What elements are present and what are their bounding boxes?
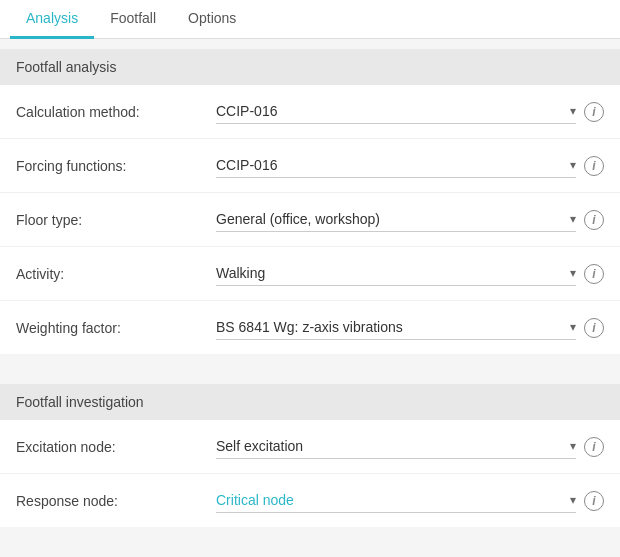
footfall-investigation-section: Footfall investigation Excitation node: …	[0, 384, 620, 527]
excitation-node-control: Self excitation ▾ i	[216, 434, 604, 459]
tab-options[interactable]: Options	[172, 0, 252, 39]
floor-type-value: General (office, workshop)	[216, 211, 566, 227]
calculation-method-select[interactable]: CCIP-016 ▾	[216, 99, 576, 124]
calculation-method-arrow: ▾	[570, 104, 576, 118]
tab-bar: Analysis Footfall Options	[0, 0, 620, 39]
footfall-analysis-section: Footfall analysis Calculation method: CC…	[0, 49, 620, 354]
excitation-node-select[interactable]: Self excitation ▾	[216, 434, 576, 459]
activity-label: Activity:	[16, 266, 216, 282]
forcing-functions-value: CCIP-016	[216, 157, 566, 173]
weighting-factor-info[interactable]: i	[584, 318, 604, 338]
tab-analysis[interactable]: Analysis	[10, 0, 94, 39]
calculation-method-info[interactable]: i	[584, 102, 604, 122]
excitation-node-value: Self excitation	[216, 438, 566, 454]
weighting-factor-value: BS 6841 Wg: z-axis vibrations	[216, 319, 566, 335]
floor-type-select[interactable]: General (office, workshop) ▾	[216, 207, 576, 232]
section-spacer	[0, 364, 620, 374]
response-node-value: Critical node	[216, 492, 566, 508]
response-node-info[interactable]: i	[584, 491, 604, 511]
footfall-analysis-header: Footfall analysis	[0, 49, 620, 85]
response-node-control: Critical node ▾ i	[216, 488, 604, 513]
floor-type-label: Floor type:	[16, 212, 216, 228]
forcing-functions-info[interactable]: i	[584, 156, 604, 176]
excitation-node-arrow: ▾	[570, 439, 576, 453]
forcing-functions-select[interactable]: CCIP-016 ▾	[216, 153, 576, 178]
weighting-factor-control: BS 6841 Wg: z-axis vibrations ▾ i	[216, 315, 604, 340]
calculation-method-label: Calculation method:	[16, 104, 216, 120]
floor-type-arrow: ▾	[570, 212, 576, 226]
activity-row: Activity: Walking ▾ i	[0, 247, 620, 301]
excitation-node-info[interactable]: i	[584, 437, 604, 457]
activity-value: Walking	[216, 265, 566, 281]
calculation-method-row: Calculation method: CCIP-016 ▾ i	[0, 85, 620, 139]
response-node-select[interactable]: Critical node ▾	[216, 488, 576, 513]
weighting-factor-arrow: ▾	[570, 320, 576, 334]
activity-control: Walking ▾ i	[216, 261, 604, 286]
floor-type-control: General (office, workshop) ▾ i	[216, 207, 604, 232]
forcing-functions-control: CCIP-016 ▾ i	[216, 153, 604, 178]
forcing-functions-label: Forcing functions:	[16, 158, 216, 174]
weighting-factor-row: Weighting factor: BS 6841 Wg: z-axis vib…	[0, 301, 620, 354]
weighting-factor-select[interactable]: BS 6841 Wg: z-axis vibrations ▾	[216, 315, 576, 340]
weighting-factor-label: Weighting factor:	[16, 320, 216, 336]
response-node-arrow: ▾	[570, 493, 576, 507]
response-node-label: Response node:	[16, 493, 216, 509]
response-node-row: Response node: Critical node ▾ i	[0, 474, 620, 527]
floor-type-info[interactable]: i	[584, 210, 604, 230]
forcing-functions-arrow: ▾	[570, 158, 576, 172]
calculation-method-control: CCIP-016 ▾ i	[216, 99, 604, 124]
excitation-node-label: Excitation node:	[16, 439, 216, 455]
footfall-investigation-header: Footfall investigation	[0, 384, 620, 420]
tab-footfall[interactable]: Footfall	[94, 0, 172, 39]
excitation-node-row: Excitation node: Self excitation ▾ i	[0, 420, 620, 474]
forcing-functions-row: Forcing functions: CCIP-016 ▾ i	[0, 139, 620, 193]
activity-info[interactable]: i	[584, 264, 604, 284]
floor-type-row: Floor type: General (office, workshop) ▾…	[0, 193, 620, 247]
calculation-method-value: CCIP-016	[216, 103, 566, 119]
activity-arrow: ▾	[570, 266, 576, 280]
activity-select[interactable]: Walking ▾	[216, 261, 576, 286]
